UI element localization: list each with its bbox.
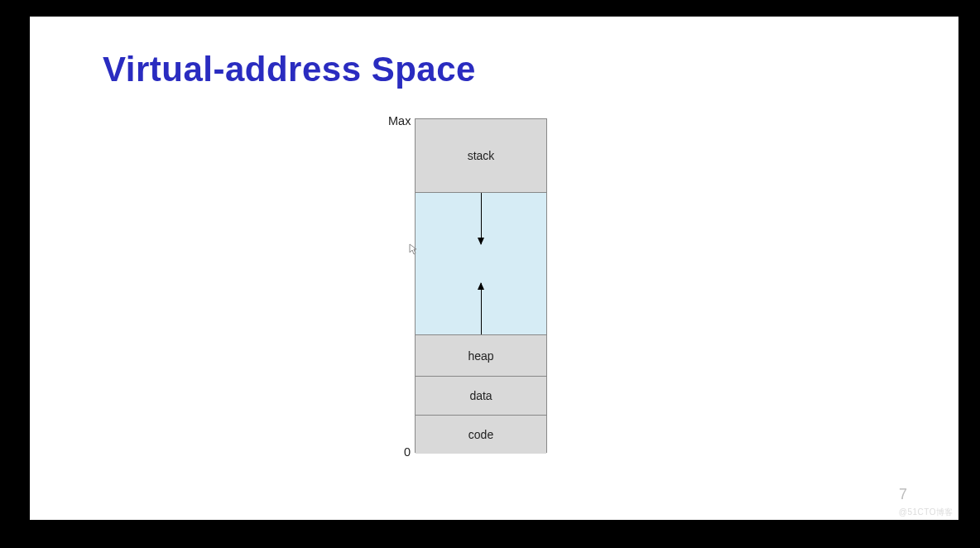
slide-title: Virtual-address Space bbox=[103, 50, 476, 89]
segment-data-label: data bbox=[469, 389, 492, 402]
memory-diagram: stack heap data code bbox=[415, 118, 547, 453]
axis-max-label: Max bbox=[388, 114, 411, 127]
heap-growth-arrow bbox=[481, 283, 482, 334]
axis-zero-label: 0 bbox=[404, 445, 411, 459]
segment-heap: heap bbox=[416, 334, 546, 376]
segment-stack-label: stack bbox=[468, 149, 495, 162]
segment-data: data bbox=[416, 376, 546, 415]
slide: Virtual-address Space Max 0 stack heap d… bbox=[30, 17, 958, 520]
segment-heap-label: heap bbox=[468, 349, 493, 363]
watermark: @51CTO博客 bbox=[899, 507, 954, 518]
segment-stack: stack bbox=[416, 119, 546, 192]
segment-code: code bbox=[416, 415, 546, 454]
segment-code-label: code bbox=[468, 428, 493, 441]
segment-free bbox=[416, 192, 546, 334]
stack-growth-arrow bbox=[481, 193, 482, 244]
page-number: 7 bbox=[899, 486, 907, 503]
